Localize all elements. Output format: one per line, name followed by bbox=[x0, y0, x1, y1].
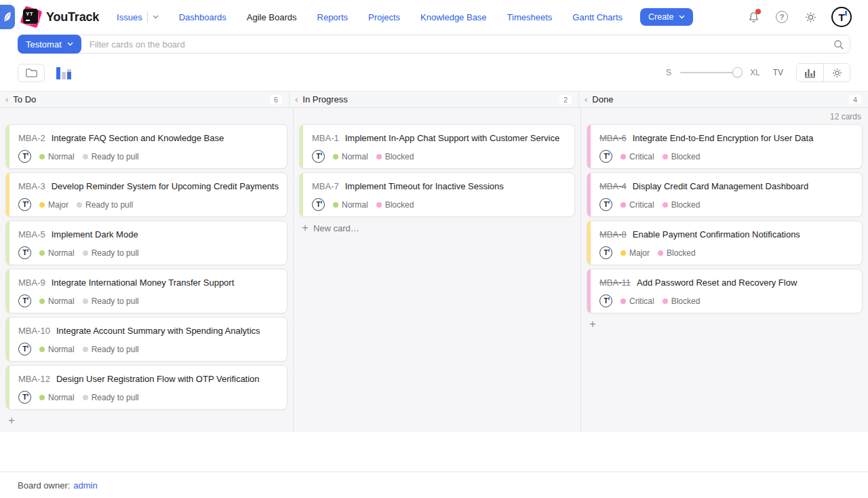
board-owner-link[interactable]: admin bbox=[73, 480, 97, 491]
state-tag[interactable]: Blocked bbox=[663, 152, 701, 161]
card-id[interactable]: MBA-8 bbox=[599, 229, 627, 240]
board-chart-toggle-button[interactable] bbox=[54, 64, 73, 82]
assignee-avatar[interactable]: T bbox=[599, 198, 612, 211]
state-tag[interactable]: Ready to pull bbox=[83, 248, 139, 258]
assignee-avatar[interactable]: T bbox=[599, 294, 612, 307]
board-card[interactable]: MBA-7 Implement Timeout for Inactive Ses… bbox=[299, 172, 575, 217]
card-title[interactable]: Add Password Reset and Recovery Flow bbox=[637, 277, 797, 288]
state-tag[interactable]: Ready to pull bbox=[83, 345, 139, 354]
nav-reports[interactable]: Reports bbox=[317, 12, 349, 22]
board-card[interactable]: MBA-5 Implement Dark Mode T Normal Ready… bbox=[5, 221, 288, 265]
card-title[interactable]: Integrate International Money Transfer S… bbox=[52, 277, 235, 288]
state-tag[interactable]: Blocked bbox=[376, 200, 414, 210]
search-button[interactable] bbox=[827, 39, 850, 50]
card-size-slider[interactable] bbox=[680, 72, 741, 73]
card-title[interactable]: Integrate Account Summary with Spending … bbox=[56, 326, 260, 336]
settings-button[interactable] bbox=[803, 9, 818, 24]
sprints-folder-button[interactable] bbox=[18, 64, 45, 82]
add-card-button[interactable]: New card… bbox=[299, 221, 359, 233]
card-id[interactable]: MBA-7 bbox=[312, 181, 339, 191]
board-settings-button[interactable] bbox=[823, 64, 850, 81]
priority-tag[interactable]: Normal bbox=[333, 152, 368, 161]
priority-tag[interactable]: Normal bbox=[39, 248, 75, 258]
card-title[interactable]: Implement Dark Mode bbox=[52, 229, 138, 240]
assignee-avatar[interactable]: T bbox=[18, 198, 31, 211]
issues-chevron-down-icon[interactable] bbox=[153, 15, 159, 19]
state-tag[interactable]: Ready to pull bbox=[83, 152, 139, 161]
collapse-column-icon[interactable]: ‹ bbox=[585, 94, 587, 104]
chart-view-button[interactable] bbox=[797, 64, 823, 81]
card-title[interactable]: Enable Payment Confirmation Notification… bbox=[633, 229, 800, 240]
collapse-column-icon[interactable]: ‹ bbox=[5, 94, 8, 104]
card-id[interactable]: MBA-10 bbox=[18, 326, 50, 336]
card-id[interactable]: MBA-4 bbox=[599, 181, 627, 191]
priority-tag[interactable]: Major bbox=[620, 248, 650, 258]
nav-gantt-charts[interactable]: Gantt Charts bbox=[572, 12, 623, 22]
card-title[interactable]: Implement In-App Chat Support with Custo… bbox=[345, 133, 559, 143]
nav-dashboards[interactable]: Dashboards bbox=[179, 12, 226, 22]
assignee-avatar[interactable]: T bbox=[18, 294, 31, 307]
priority-tag[interactable]: Normal bbox=[39, 345, 75, 354]
card-title[interactable]: Integrate End-to-End Encryption for User… bbox=[633, 133, 814, 143]
board-card[interactable]: MBA-12 Design User Registration Flow wit… bbox=[5, 365, 288, 410]
assignee-avatar[interactable]: T bbox=[18, 246, 31, 259]
nav-timesheets[interactable]: Timesheets bbox=[507, 12, 553, 22]
board-card[interactable]: MBA-9 Integrate International Money Tran… bbox=[5, 269, 288, 313]
card-title[interactable]: Design User Registration Flow with OTP V… bbox=[56, 374, 260, 384]
state-tag[interactable]: Ready to pull bbox=[77, 200, 133, 210]
assignee-avatar[interactable]: T bbox=[312, 150, 325, 163]
card-title[interactable]: Display Credit Card Management Dashboard bbox=[633, 181, 808, 191]
priority-tag[interactable]: Normal bbox=[39, 393, 75, 402]
card-id[interactable]: MBA-6 bbox=[599, 133, 627, 143]
create-button[interactable]: Create bbox=[640, 8, 693, 26]
assignee-avatar[interactable]: T bbox=[599, 150, 612, 163]
state-tag[interactable]: Blocked bbox=[663, 200, 701, 210]
card-id[interactable]: MBA-5 bbox=[18, 229, 45, 240]
card-id[interactable]: MBA-2 bbox=[18, 133, 45, 143]
notifications-button[interactable] bbox=[746, 9, 761, 24]
slider-handle[interactable] bbox=[732, 67, 743, 77]
add-card-button[interactable] bbox=[587, 317, 596, 330]
priority-tag[interactable]: Normal bbox=[333, 200, 368, 210]
project-selector-button[interactable]: Testomat bbox=[18, 35, 81, 54]
card-title[interactable]: Develop Reminder System for Upcoming Cre… bbox=[52, 181, 279, 191]
help-button[interactable] bbox=[774, 9, 789, 24]
priority-tag[interactable]: Critical bbox=[620, 152, 654, 161]
card-id[interactable]: MBA-3 bbox=[18, 181, 45, 191]
priority-tag[interactable]: Major bbox=[39, 200, 68, 210]
state-tag[interactable]: Ready to pull bbox=[83, 393, 139, 402]
board-card[interactable]: MBA-1 Implement In-App Chat Support with… bbox=[299, 124, 575, 169]
state-tag[interactable]: Blocked bbox=[376, 152, 414, 161]
board-card[interactable]: MBA-8 Enable Payment Confirmation Notifi… bbox=[587, 221, 863, 265]
card-id[interactable]: MBA-11 bbox=[599, 277, 631, 288]
nav-agile-boards[interactable]: Agile Boards bbox=[247, 12, 297, 22]
card-id[interactable]: MBA-12 bbox=[18, 374, 50, 384]
board-card[interactable]: MBA-10 Integrate Account Summary with Sp… bbox=[5, 317, 288, 362]
feather-extension-tab[interactable] bbox=[0, 5, 15, 29]
priority-tag[interactable]: Normal bbox=[39, 296, 75, 306]
nav-projects[interactable]: Projects bbox=[368, 12, 400, 22]
tv-mode-button[interactable]: TV bbox=[773, 68, 783, 77]
priority-tag[interactable]: Normal bbox=[39, 152, 75, 161]
user-avatar[interactable]: T bbox=[831, 7, 852, 27]
card-title[interactable]: Integrate FAQ Section and Knowledge Base bbox=[52, 133, 224, 143]
nav-knowledge-base[interactable]: Knowledge Base bbox=[420, 12, 487, 22]
assignee-avatar[interactable]: T bbox=[18, 150, 31, 163]
youtrack-logo[interactable]: YT bbox=[22, 7, 41, 26]
add-card-button[interactable] bbox=[5, 413, 15, 426]
state-tag[interactable]: Blocked bbox=[663, 296, 701, 306]
assignee-avatar[interactable]: T bbox=[599, 246, 612, 259]
state-tag[interactable]: Blocked bbox=[658, 248, 696, 258]
priority-tag[interactable]: Critical bbox=[620, 296, 654, 306]
board-filter-input[interactable] bbox=[81, 39, 827, 50]
assignee-avatar[interactable]: T bbox=[18, 391, 31, 404]
board-card[interactable]: MBA-6 Integrate End-to-End Encryption fo… bbox=[587, 124, 863, 169]
board-card[interactable]: MBA-2 Integrate FAQ Section and Knowledg… bbox=[5, 124, 288, 169]
card-id[interactable]: MBA-1 bbox=[312, 133, 339, 143]
collapse-column-icon[interactable]: ‹ bbox=[295, 94, 298, 104]
board-card[interactable]: MBA-4 Display Credit Card Management Das… bbox=[587, 172, 863, 217]
state-tag[interactable]: Ready to pull bbox=[83, 296, 139, 306]
nav-issues[interactable]: Issues bbox=[117, 12, 142, 22]
board-card[interactable]: MBA-3 Develop Reminder System for Upcomi… bbox=[5, 172, 288, 217]
card-id[interactable]: MBA-9 bbox=[18, 277, 45, 288]
